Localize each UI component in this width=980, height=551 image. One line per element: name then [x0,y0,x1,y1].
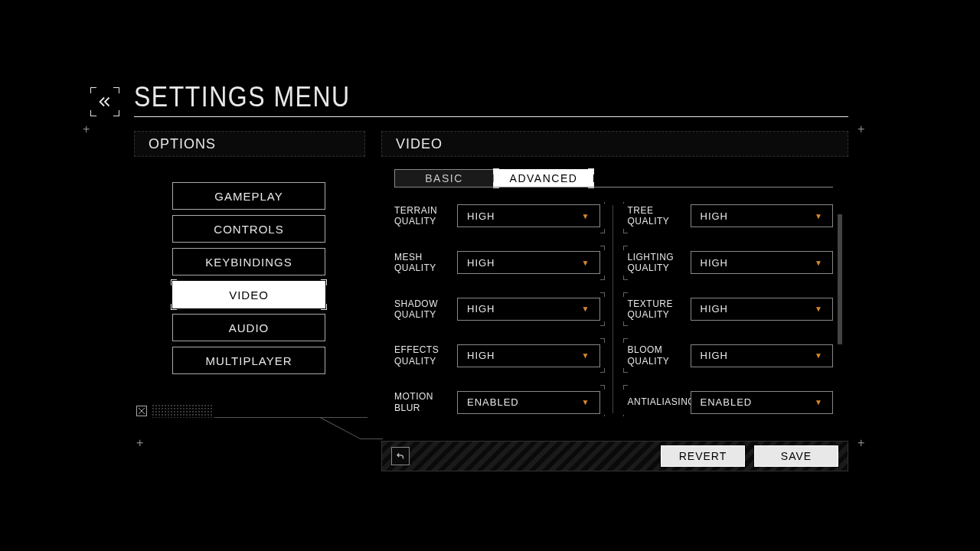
sidebar-item-gameplay[interactable]: GAMEPLAY [172,182,325,210]
setting-dropdown[interactable]: HIGH ▼ [691,298,834,321]
tab-basic[interactable]: BASIC [394,169,494,187]
undo-icon [395,451,406,461]
dropdown-value: HIGH [467,257,495,269]
setting-dropdown[interactable]: HIGH ▼ [691,204,834,227]
title-divider [134,116,848,117]
decorative-line [360,439,383,439]
back-button[interactable] [93,90,116,113]
button-label: SAVE [781,450,812,462]
chevron-down-icon: ▼ [582,259,590,267]
sidebar-item-label: KEYBINDINGS [205,256,292,269]
dropdown-value: HIGH [701,350,729,361]
tab-label: ADVANCED [510,172,578,184]
scrollbar[interactable] [838,214,842,344]
setting-dropdown[interactable]: HIGH ▼ [457,251,600,274]
dropdown-value: HIGH [701,303,729,315]
sidebar-item-label: VIDEO [229,289,269,302]
setting-label: ANTIALIASING [628,396,681,407]
setting-label: TREE QUALITY [628,205,681,227]
sidebar-item-label: AUDIO [229,321,270,334]
setting-row: TEXTURE QUALITY HIGH ▼ [628,295,834,324]
page-title: SETTINGS MENU [134,80,351,113]
decorative-checkbox-icon [136,406,147,416]
video-tabs: BASIC ADVANCED [394,169,593,187]
setting-label: LIGHTING QUALITY [628,252,681,274]
footer-bar: REVERT SAVE [381,441,848,471]
setting-row: LIGHTING QUALITY HIGH ▼ [628,249,834,277]
chevron-down-icon: ▼ [582,398,590,406]
setting-label: EFFECTS QUALITY [394,344,448,367]
save-button[interactable]: SAVE [754,445,838,467]
chevron-down-icon: ▼ [815,351,823,360]
sidebar-item-label: GAMEPLAY [214,190,283,203]
sidebar-item-video[interactable]: VIDEO [172,281,325,308]
setting-label: MOTION BLUR [394,391,448,413]
setting-row: MESH QUALITY HIGH ▼ [394,249,600,277]
chevron-down-icon: ▼ [815,259,823,267]
setting-label: TEXTURE QUALITY [628,298,681,321]
setting-label: MESH QUALITY [394,252,448,274]
setting-label: TERRAIN QUALITY [394,205,448,227]
tab-label: BASIC [425,172,463,184]
setting-row: TREE QUALITY HIGH ▼ [628,202,834,230]
decorative-line [320,417,361,439]
revert-button[interactable]: REVERT [661,445,745,467]
sidebar-item-label: CONTROLS [214,223,283,236]
sidebar-item-controls[interactable]: CONTROLS [172,215,325,243]
setting-dropdown[interactable]: HIGH ▼ [691,251,834,274]
setting-row: TERRAIN QUALITY HIGH ▼ [394,202,600,230]
setting-dropdown[interactable]: HIGH ▼ [691,344,834,367]
setting-label: SHADOW QUALITY [394,298,448,321]
video-section-header: VIDEO [381,131,848,157]
dropdown-value: ENABLED [701,396,753,408]
dropdown-value: ENABLED [467,396,519,408]
corner-plus-icon: + [858,436,865,450]
sidebar-item-audio[interactable]: AUDIO [172,314,325,341]
setting-row: ANTIALIASING ENABLED ▼ [628,388,834,416]
corner-plus-icon: + [83,122,90,136]
decorative-dots [152,404,213,418]
dropdown-value: HIGH [467,303,495,315]
settings-scroll-area: TERRAIN QUALITY HIGH ▼ MESH QUALITY HIGH… [394,202,833,416]
dropdown-value: HIGH [467,350,495,361]
setting-dropdown[interactable]: HIGH ▼ [457,344,600,367]
setting-row: BLOOM QUALITY HIGH ▼ [628,341,834,370]
dropdown-value: HIGH [701,210,729,222]
corner-plus-icon: + [136,436,144,450]
setting-row: MOTION BLUR ENABLED ▼ [394,388,600,416]
undo-button[interactable] [391,447,410,465]
setting-row: SHADOW QUALITY HIGH ▼ [394,295,600,324]
button-label: REVERT [679,450,727,462]
setting-row: EFFECTS QUALITY HIGH ▼ [394,341,600,370]
setting-dropdown[interactable]: HIGH ▼ [457,298,600,321]
setting-dropdown[interactable]: ENABLED ▼ [457,391,600,414]
decorative-line [214,417,368,418]
setting-label: BLOOM QUALITY [628,344,681,367]
chevron-down-icon: ▼ [582,351,590,360]
sidebar-item-multiplayer[interactable]: MULTIPLAYER [172,347,325,374]
corner-plus-icon: + [858,122,865,136]
sidebar-item-label: MULTIPLAYER [206,354,292,367]
options-sidebar: GAMEPLAY CONTROLS KEYBINDINGS VIDEO AUDI… [172,182,325,380]
dropdown-value: HIGH [467,210,495,222]
sidebar-item-keybindings[interactable]: KEYBINDINGS [172,248,325,276]
chevron-down-icon: ▼ [582,212,590,220]
chevron-down-icon: ▼ [582,305,590,313]
setting-dropdown[interactable]: HIGH ▼ [457,204,600,227]
dropdown-value: HIGH [701,257,729,269]
options-section-header: OPTIONS [134,131,365,157]
setting-dropdown[interactable]: ENABLED ▼ [691,391,834,414]
chevron-down-icon: ▼ [815,212,823,220]
chevron-double-left-icon [96,93,113,110]
chevron-down-icon: ▼ [815,305,823,313]
chevron-down-icon: ▼ [815,398,823,406]
tab-advanced[interactable]: ADVANCED [494,169,593,187]
tab-underline [394,187,833,187]
